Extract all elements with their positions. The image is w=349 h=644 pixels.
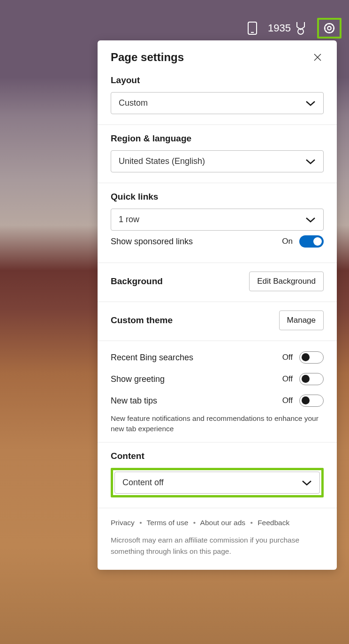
feedback-link[interactable]: Feedback (258, 519, 289, 527)
settings-button[interactable] (323, 22, 336, 35)
sponsored-toggle[interactable] (299, 235, 324, 248)
recent-bing-state: Off (282, 353, 293, 362)
panel-title: Page settings (111, 51, 184, 64)
sponsored-links-label: Show sponsored links (111, 237, 193, 247)
settings-button-highlight (317, 18, 341, 39)
manage-theme-button[interactable]: Manage (279, 310, 324, 330)
quicklinks-heading: Quick links (111, 192, 324, 202)
layout-value: Custom (119, 98, 148, 108)
page-settings-panel: Page settings Layout Custom Region & lan… (98, 40, 337, 570)
region-value: United States (English) (119, 156, 205, 166)
close-button[interactable] (311, 51, 324, 63)
gear-icon (323, 22, 336, 35)
privacy-link[interactable]: Privacy (111, 519, 135, 527)
close-icon (313, 53, 322, 62)
theme-heading: Custom theme (111, 315, 173, 326)
quicklinks-dropdown[interactable]: 1 row (111, 209, 324, 231)
sponsored-state: On (282, 237, 293, 246)
background-heading: Background (111, 276, 163, 287)
content-dropdown-highlight: Content off (111, 468, 324, 497)
chevron-down-icon (305, 158, 316, 165)
chevron-down-icon (305, 100, 316, 107)
layout-heading: Layout (111, 75, 324, 85)
rewards-points[interactable]: 1935 (268, 21, 307, 35)
ads-link[interactable]: About our ads (200, 519, 246, 527)
svg-point-4 (325, 23, 334, 33)
rewards-icon (295, 21, 307, 35)
greeting-state: Off (282, 374, 293, 384)
terms-link[interactable]: Terms of use (147, 519, 189, 527)
points-value: 1935 (268, 22, 291, 34)
edit-background-button[interactable]: Edit Background (249, 272, 324, 291)
layout-dropdown[interactable]: Custom (111, 92, 324, 114)
content-heading: Content (111, 451, 324, 461)
mobile-icon[interactable] (247, 21, 258, 35)
footer-disclaimer: Microsoft may earn an affiliate commissi… (111, 535, 324, 557)
region-heading: Region & language (111, 133, 324, 144)
footer-links: Privacy • Terms of use • About our ads •… (111, 519, 324, 527)
recent-bing-toggle[interactable] (299, 351, 324, 364)
svg-point-3 (327, 26, 331, 30)
region-dropdown[interactable]: United States (English) (111, 150, 324, 172)
greeting-toggle[interactable] (299, 373, 324, 385)
recent-bing-label: Recent Bing searches (111, 353, 193, 363)
chevron-down-icon (305, 217, 316, 223)
greeting-label: Show greeting (111, 374, 165, 384)
chevron-down-icon (302, 480, 312, 486)
tips-label: New tab tips (111, 396, 157, 406)
quicklinks-value: 1 row (119, 215, 139, 225)
tips-toggle[interactable] (299, 395, 324, 407)
content-dropdown[interactable]: Content off (114, 472, 320, 494)
tips-state: Off (282, 396, 293, 405)
tips-description: New feature notifications and recommenda… (111, 413, 324, 434)
content-value: Content off (122, 478, 164, 488)
